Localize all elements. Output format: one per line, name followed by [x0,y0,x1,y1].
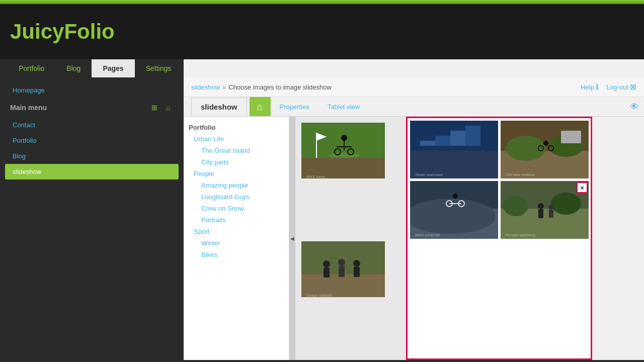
tab-properties[interactable]: Properties [271,99,318,115]
remove-image-button[interactable]: × [577,182,588,193]
logout-icon: ⊠ [630,82,636,92]
sidebar-item-slideshow[interactable]: slideshow [5,164,179,179]
svg-point-47 [503,196,528,216]
svg-text:People watching: People watching [506,233,535,237]
svg-text:Group outdoor: Group outdoor [306,293,333,298]
logout-label: Log-out [606,83,628,91]
svg-point-17 [353,260,360,267]
breadcrumb: slideshow » Choose images to image slide… [184,77,644,97]
nav-area: Portfolio Blog Pages Settings [0,59,644,77]
grid-icon[interactable]: ⊞ [149,102,160,113]
selected-thumb-3: BMX jump hill [410,181,498,239]
sidebar-main-menu-header: Main menu ⊞ ⌂ [5,98,179,117]
nav-tab-pages[interactable]: Pages [92,59,134,77]
selected-grid: Skate staircase [410,121,588,239]
svg-rect-16 [339,266,345,277]
svg-point-40 [453,194,458,199]
home-icon: ⌂ [257,101,263,113]
collapse-handle[interactable]: ◀ [289,117,295,360]
tree-item-amazing-people[interactable]: Amazing people [184,179,289,191]
help-button[interactable]: Help ℹ [581,82,599,92]
svg-rect-26 [410,121,498,151]
svg-rect-50 [538,209,543,218]
tree-item-sport[interactable]: Sport [184,226,289,237]
svg-point-49 [538,203,544,209]
left-sidebar: Homepage Main menu ⊞ ⌂ Contact Portfolio… [0,77,184,360]
main-layout: Homepage Main menu ⊞ ⌂ Contact Portfolio… [0,77,644,360]
svg-point-32 [543,141,548,146]
svg-point-30 [506,136,546,161]
tree-item-crew-on-snow[interactable]: Crew on Snow [184,203,289,214]
nav-tab-blog[interactable]: Blog [55,59,92,77]
tree-item-people[interactable]: People [184,168,289,179]
tree-item-portraits[interactable]: Portraits [184,214,289,226]
tree-item-portfolio[interactable]: Portfolio [184,122,289,133]
selected-panel: Skate staircase [406,117,592,360]
thumb-container-2[interactable]: Group outdoor [300,240,386,298]
breadcrumb-right: Help ℹ Log-out ⊠ [581,82,636,92]
tree-item-bikes[interactable]: Bikes [184,249,289,260]
home-tab-button[interactable]: ⌂ [250,97,271,116]
tree-item-winter[interactable]: Winter [184,237,289,249]
help-icon: ℹ [596,82,599,92]
selected-thumb-1: Skate staircase [410,121,498,178]
home-small-icon[interactable]: ⌂ [163,102,174,113]
sidebar-item-blog[interactable]: Blog [5,148,179,164]
tree-item-city-parts[interactable]: City parts [184,156,289,168]
tab-tablet-view[interactable]: Tablet view [318,99,369,115]
main-menu-title: Main menu [10,104,47,112]
selected-thumb-2: Dirt bike outdoor [501,121,589,178]
svg-text:BMX jump hill: BMX jump hill [415,233,440,237]
sidebar-item-portfolio[interactable]: Portfolio [5,133,179,148]
nav-tab-portfolio[interactable]: Portfolio [8,59,55,77]
svg-text:Skate staircase: Skate staircase [415,172,443,177]
logout-button[interactable]: Log-out ⊠ [606,82,636,92]
breadcrumb-link[interactable]: slideshow [191,83,220,91]
nav-tab-settings[interactable]: Settings [135,59,183,77]
svg-rect-18 [354,267,360,277]
page-title: slideshow [191,98,247,116]
svg-rect-14 [324,267,330,278]
right-area: slideshow » Choose images to image slide… [184,77,644,360]
tree-item-great-island[interactable]: The Great Island [184,145,289,156]
tree-item-longboard-guys[interactable]: Longboard Guys [184,191,289,203]
image-area: BMX jump [295,117,406,360]
tree-panel: Portfolio Urban Life The Great Island Ci… [184,117,289,360]
svg-point-48 [551,193,581,215]
svg-text:BMX jump: BMX jump [306,174,325,179]
breadcrumb-left: slideshow » Choose images to image slide… [191,83,332,91]
eye-icon[interactable]: 👁 [630,102,644,112]
breadcrumb-current: Choose images to image slideshow [228,83,332,91]
sidebar-item-homepage[interactable]: Homepage [5,82,179,98]
sidebar-header-icons: ⊞ ⌂ [149,102,174,113]
svg-point-13 [323,260,330,267]
top-bar [0,0,644,4]
panels-row: Portfolio Urban Life The Great Island Ci… [184,117,644,360]
svg-point-2 [329,153,359,158]
sidebar-item-contact[interactable]: Contact [5,117,179,133]
help-label: Help [581,83,594,91]
thumb-container-1[interactable]: BMX jump [300,122,386,179]
svg-point-3 [341,135,347,141]
svg-point-15 [338,259,345,266]
thumb-image-1: BMX jump [301,123,386,179]
svg-text:Dirt bike outdoor: Dirt bike outdoor [506,172,535,177]
page-tabs-row: slideshow ⌂ Properties Tablet view 👁 [184,97,644,117]
svg-point-51 [548,205,553,210]
breadcrumb-separator: » [222,83,226,91]
svg-rect-52 [549,210,553,218]
tree-item-urban-life[interactable]: Urban Life [184,133,289,145]
header: JuicyFolio [0,4,644,59]
selected-thumb-4: People watching × [501,181,589,239]
svg-rect-35 [561,131,581,143]
thumb-image-2: Group outdoor [301,241,386,298]
logo: JuicyFolio [10,20,115,44]
